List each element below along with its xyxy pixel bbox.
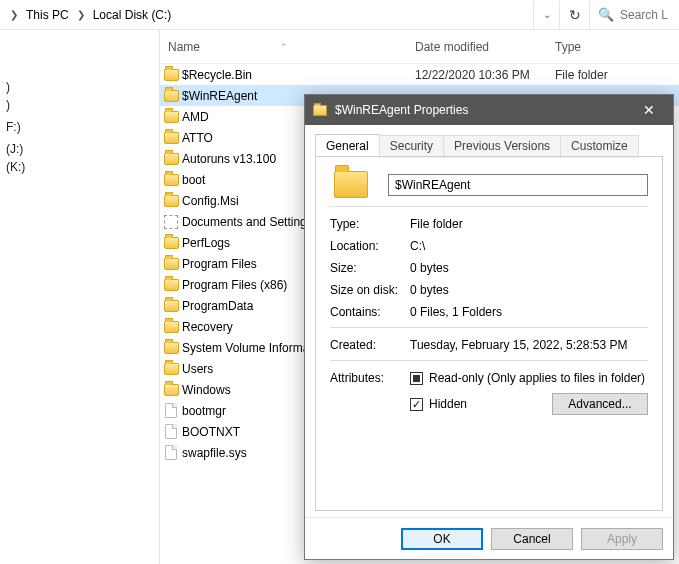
checkbox-icon: [410, 398, 423, 411]
folder-name-input[interactable]: $WinREAgent: [388, 174, 648, 196]
file-name: $Recycle.Bin: [182, 68, 415, 82]
folder-icon: [160, 90, 182, 102]
refresh-button[interactable]: ↻: [559, 1, 589, 29]
search-icon: 🔍: [598, 7, 614, 22]
folder-icon: [160, 279, 182, 291]
column-name[interactable]: Name⌃: [160, 40, 415, 54]
value-type: File folder: [410, 217, 648, 231]
folder-icon: [160, 258, 182, 270]
file-icon: [160, 424, 182, 439]
value-contains: 0 Files, 1 Folders: [410, 305, 648, 319]
file-icon: [160, 445, 182, 460]
folder-icon: [334, 171, 368, 198]
breadcrumb-item[interactable]: Local Disk (C:): [89, 6, 176, 24]
checkbox-icon: [410, 372, 423, 385]
label-size-on-disk: Size on disk:: [330, 283, 410, 297]
tab-general[interactable]: General: [315, 134, 380, 157]
breadcrumb[interactable]: ❯ This PC ❯ Local Disk (C:): [0, 6, 533, 24]
value-created: Tuesday, February 15, 2022, 5:28:53 PM: [410, 338, 648, 352]
folder-icon: [160, 237, 182, 249]
value-location: C:\: [410, 239, 648, 253]
folder-icon: [160, 384, 182, 396]
dialog-titlebar[interactable]: $WinREAgent Properties ✕: [305, 95, 673, 125]
column-date[interactable]: Date modified: [415, 40, 555, 54]
nav-item[interactable]: (J:): [0, 140, 159, 158]
folder-icon: [160, 321, 182, 333]
folder-icon: [160, 69, 182, 81]
file-icon: [160, 403, 182, 418]
nav-item[interactable]: ): [0, 78, 159, 96]
label-attributes: Attributes:: [330, 371, 410, 385]
checkbox-hidden[interactable]: Hidden: [410, 397, 467, 411]
tab-panel-general: $WinREAgent Type:File folder Location:C:…: [315, 156, 663, 511]
folder-icon: [160, 300, 182, 312]
tab-customize[interactable]: Customize: [560, 135, 639, 158]
breadcrumb-item[interactable]: This PC: [22, 6, 73, 24]
folder-icon: [313, 105, 327, 116]
sort-asc-icon: ⌃: [280, 42, 288, 52]
value-size: 0 bytes: [410, 261, 648, 275]
search-input[interactable]: 🔍 Search L: [589, 1, 679, 29]
file-date: 12/22/2020 10:36 PM: [415, 68, 555, 82]
tab-strip: General Security Previous Versions Custo…: [315, 133, 663, 156]
nav-item[interactable]: ): [0, 96, 159, 114]
folder-icon: [160, 342, 182, 354]
column-type[interactable]: Type: [555, 40, 679, 54]
nav-item[interactable]: (K:): [0, 158, 159, 176]
nav-tree[interactable]: ) ) F:) (J:) (K:): [0, 30, 160, 564]
close-button[interactable]: ✕: [629, 95, 669, 125]
nav-item[interactable]: F:): [0, 118, 159, 136]
folder-icon: [160, 363, 182, 375]
chevron-right-icon: ❯: [75, 9, 87, 20]
folder-icon: [160, 174, 182, 186]
cancel-button[interactable]: Cancel: [491, 528, 573, 550]
folder-icon: [160, 132, 182, 144]
file-row[interactable]: $Recycle.Bin12/22/2020 10:36 PMFile fold…: [160, 64, 679, 85]
folder-icon: [160, 111, 182, 123]
value-size-on-disk: 0 bytes: [410, 283, 648, 297]
label-type: Type:: [330, 217, 410, 231]
ok-button[interactable]: OK: [401, 528, 483, 550]
tab-previous-versions[interactable]: Previous Versions: [443, 135, 561, 158]
address-dropdown[interactable]: ⌄: [533, 1, 559, 29]
advanced-button[interactable]: Advanced...: [552, 393, 648, 415]
properties-dialog: $WinREAgent Properties ✕ General Securit…: [304, 94, 674, 560]
chevron-right-icon: ❯: [8, 9, 20, 20]
dialog-buttons: OK Cancel Apply: [305, 517, 673, 559]
address-bar: ❯ This PC ❯ Local Disk (C:) ⌄ ↻ 🔍 Search…: [0, 0, 679, 30]
checkbox-readonly[interactable]: Read-only (Only applies to files in fold…: [410, 371, 648, 385]
label-created: Created:: [330, 338, 410, 352]
label-contains: Contains:: [330, 305, 410, 319]
folder-icon: [160, 195, 182, 207]
file-type: File folder: [555, 68, 679, 82]
apply-button[interactable]: Apply: [581, 528, 663, 550]
column-headers[interactable]: Name⌃ Date modified Type: [160, 30, 679, 64]
label-location: Location:: [330, 239, 410, 253]
folder-icon: [160, 153, 182, 165]
label-size: Size:: [330, 261, 410, 275]
search-placeholder: Search L: [620, 8, 668, 22]
junction-icon: [160, 215, 182, 229]
tab-security[interactable]: Security: [379, 135, 444, 158]
dialog-title: $WinREAgent Properties: [335, 103, 621, 117]
